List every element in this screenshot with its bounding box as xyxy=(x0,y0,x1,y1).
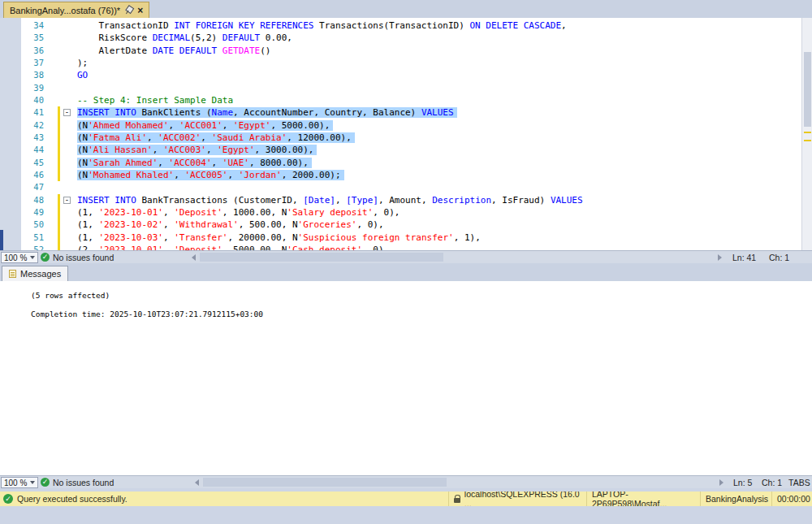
code-line[interactable]: 52(2, '2023-10-01', 'Deposit', 5000.00, … xyxy=(0,244,801,250)
code-text: GO xyxy=(77,70,88,80)
code-text: TransactionID INT FOREIGN KEY REFERENCES… xyxy=(77,20,567,31)
code-line[interactable]: 46(N'Mohamed Khaled', 'ACC005', 'Jordan'… xyxy=(0,169,801,181)
code-text: (N'Sarah Ahmed', 'ACC004', 'UAE', 8000.0… xyxy=(77,158,312,168)
line-indicator: Ln: 41 xyxy=(732,253,756,262)
code-line[interactable]: 44(N'Ali Hassan', 'ACC003', 'Egypt', 300… xyxy=(0,144,801,156)
code-line[interactable]: 39 xyxy=(0,82,801,94)
line-number: 37 xyxy=(21,57,44,69)
pin-icon[interactable] xyxy=(123,4,135,15)
change-tracking-bar xyxy=(58,106,60,119)
messages-tab-label: Messages xyxy=(20,269,61,279)
scroll-left-icon[interactable] xyxy=(192,254,196,261)
code-line[interactable]: 50(1, '2023-10-02', 'Withdrawal', 500.00… xyxy=(0,219,801,231)
line-number: 47 xyxy=(21,181,44,193)
message-line xyxy=(31,301,812,310)
fold-collapse-icon[interactable]: - xyxy=(63,109,71,116)
line-number: 36 xyxy=(21,45,44,57)
code-text: (2, '2023-10-01', 'Deposit', 5000.00, N'… xyxy=(77,245,389,250)
code-line[interactable]: 51(1, '2023-10-03', 'Transfer', 20000.00… xyxy=(0,232,801,244)
code-line[interactable]: 41-INSERT INTO BankClients (Name, Accoun… xyxy=(0,106,801,119)
change-mark xyxy=(804,132,811,133)
line-number: 39 xyxy=(21,82,44,94)
line-number: 49 xyxy=(21,206,44,219)
change-tracking-bar xyxy=(58,206,60,219)
code-line[interactable]: 38GO xyxy=(0,69,801,81)
database-name: BankingAnalysis xyxy=(706,494,768,504)
issues-label: No issues found xyxy=(53,478,114,487)
code-text: INSERT INTO BankClients (Name, AccountNu… xyxy=(77,107,457,118)
change-tracking-bar xyxy=(58,132,60,144)
code-line[interactable]: 47 xyxy=(0,181,801,193)
code-text: ); xyxy=(77,58,88,68)
change-tracking-bar xyxy=(58,194,60,206)
code-line[interactable]: 42(N'Ahmed Mohamed', 'ACC001', 'Egypt', … xyxy=(0,119,801,132)
change-tracking-bar xyxy=(58,157,60,169)
code-line[interactable]: 45(N'Sarah Ahmed', 'ACC004', 'UAE', 8000… xyxy=(0,157,801,169)
column-indicator: Ch: 1 xyxy=(762,478,782,487)
line-number: 50 xyxy=(21,219,44,231)
change-tracking-bar xyxy=(58,169,60,181)
fold-collapse-icon[interactable]: - xyxy=(63,197,71,204)
close-icon[interactable]: × xyxy=(137,6,143,15)
window-frame-bottom xyxy=(0,506,812,524)
code-line[interactable]: 40-- Step 4: Insert Sample Data xyxy=(0,94,801,106)
code-text: AlertDate DATE DEFAULT GETDATE() xyxy=(77,45,270,56)
line-number: 45 xyxy=(21,157,44,169)
change-tracking-bar xyxy=(58,119,60,132)
vertical-scrollbar[interactable] xyxy=(801,18,812,250)
code-editor[interactable]: 34 TransactionID INT FOREIGN KEY REFEREN… xyxy=(0,18,812,250)
code-line[interactable]: 37); xyxy=(0,57,801,69)
code-line[interactable]: 48-INSERT INTO BankTransactions (Custome… xyxy=(0,194,801,206)
database-segment: BankingAnalysis xyxy=(700,492,771,506)
success-check-icon: ✓ xyxy=(3,494,13,504)
change-tracking-bar xyxy=(58,232,60,244)
line-indicator: Ln: 5 xyxy=(733,478,752,487)
scroll-right-icon[interactable] xyxy=(718,254,722,261)
chevron-down-icon xyxy=(30,481,35,484)
line-number: 40 xyxy=(21,94,44,106)
tabs-indicator: TABS xyxy=(788,478,810,487)
code-line[interactable]: 49(1, '2023-10-01', 'Deposit', 1000.00, … xyxy=(0,206,801,219)
code-line[interactable]: 43(N'Fatma Ali', 'ACC002', 'Saudi Arabia… xyxy=(0,132,801,144)
code-text: RiskScore DECIMAL(5,2) DEFAULT 0.00, xyxy=(77,32,292,43)
change-tracking-bar xyxy=(58,219,60,231)
zoom-dropdown[interactable]: 100 % xyxy=(1,252,38,263)
splitter-handle[interactable] xyxy=(0,230,3,250)
line-number: 43 xyxy=(21,132,44,144)
code-text: -- Step 4: Insert Sample Data xyxy=(77,95,233,106)
server-segment: localhost\SQLEXPRESS (16.0 ... xyxy=(448,492,586,506)
no-issues-check-icon: ✓ xyxy=(41,253,50,262)
code-text: (1, '2023-10-02', 'Withdrawal', 500.00, … xyxy=(77,219,384,230)
message-line: Completion time: 2025-10-10T23:07:21.791… xyxy=(31,310,812,319)
scroll-right-icon[interactable] xyxy=(719,479,723,486)
zoom-dropdown-messages[interactable]: 100 % xyxy=(1,477,38,488)
change-mark xyxy=(804,140,811,141)
query-status-text: Query executed successfully. xyxy=(17,494,127,504)
elapsed-time: 00:00:00 xyxy=(777,494,810,504)
message-line: (5 rows affected) xyxy=(31,291,812,301)
line-number: 48 xyxy=(21,194,44,206)
elapsed-time-segment: 00:00:00 xyxy=(771,492,812,506)
messages-status-strip: 100 % ✓ No issues found Ln: 5 Ch: 1 TABS xyxy=(0,475,812,488)
horizontal-scrollbar-thumb[interactable] xyxy=(203,478,447,487)
line-number: 41 xyxy=(21,106,44,119)
editor-status-strip: 100 % ✓ No issues found Ln: 41 Ch: 1 xyxy=(0,250,812,263)
scroll-left-icon[interactable] xyxy=(195,479,199,486)
messages-panel[interactable]: (5 rows affected) Completion time: 2025-… xyxy=(0,281,812,475)
vertical-scrollbar-thumb[interactable] xyxy=(804,52,811,127)
code-line[interactable]: 35 RiskScore DECIMAL(5,2) DEFAULT 0.00, xyxy=(0,32,801,44)
no-issues-check-icon: ✓ xyxy=(41,478,50,487)
code-line[interactable]: 34 TransactionID INT FOREIGN KEY REFEREN… xyxy=(0,19,801,32)
tab-messages[interactable]: Messages xyxy=(2,266,68,281)
line-number: 38 xyxy=(21,69,44,81)
change-tracking-bar xyxy=(58,244,60,250)
lock-icon xyxy=(454,498,460,503)
line-number: 42 xyxy=(21,119,44,132)
code-line[interactable]: 36 AlertDate DATE DEFAULT GETDATE() xyxy=(0,45,801,57)
code-text: (N'Mohamed Khaled', 'ACC005', 'Jordan', … xyxy=(77,170,344,180)
column-indicator: Ch: 1 xyxy=(769,253,789,262)
document-tab[interactable]: BankingAnaly...ostafa (76))* × xyxy=(3,2,149,18)
horizontal-scrollbar-thumb[interactable] xyxy=(200,253,443,262)
line-number: 34 xyxy=(21,19,44,32)
code-text: (N'Ali Hassan', 'ACC003', 'Egypt', 3000.… xyxy=(77,145,317,155)
